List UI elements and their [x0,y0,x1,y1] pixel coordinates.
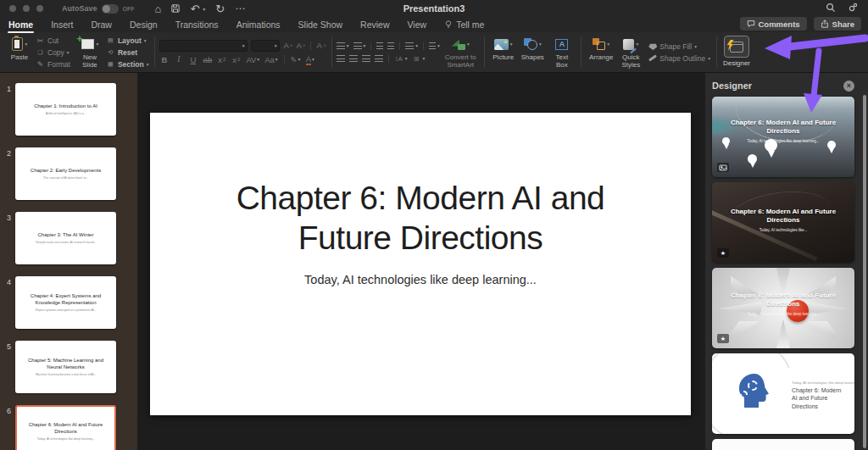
quick-styles-button[interactable]: ▾ Quick Styles [616,34,645,70]
font-color-button[interactable]: A▾ [305,54,314,65]
grow-font-button[interactable]: A˄ [283,41,292,50]
slide-thumbnail-5[interactable]: 5 Chapter 5: Machine Learning and Neural… [0,341,137,393]
tab-draw[interactable]: Draw [90,18,113,32]
justify-button[interactable] [375,53,383,64]
tab-review[interactable]: Review [359,18,390,32]
slide-thumbnail-4[interactable]: 4 Chapter 4: Expert Systems and Knowledg… [0,276,137,329]
increase-indent-button[interactable] [387,41,394,51]
tab-animations[interactable]: Animations [236,18,281,32]
home-icon[interactable]: ⌂ [155,3,162,14]
slide-subtitle[interactable]: Today, AI technologies like deep learnin… [150,273,691,286]
shapes-button[interactable]: ▾ Shapes [518,34,548,70]
reset-button[interactable]: ⟲Reset [106,47,148,58]
comments-button[interactable]: Comments [740,17,807,31]
slide-thumbnail-2[interactable]: 2 Chapter 2: Early DevelopmentsThe conce… [0,147,137,200]
tab-tell-me[interactable]: Tell me [443,18,485,32]
ribbon-tabs: Home Insert Draw Design Transitions Anim… [0,17,868,32]
underline-button[interactable]: U [188,55,198,64]
decrease-indent-button[interactable] [376,41,383,51]
zoom-window-icon[interactable] [36,5,43,12]
design-suggestion-3[interactable]: Chapter 6: Modern AI and Future Directio… [712,268,854,348]
text-box-button[interactable]: A Text Box [548,34,576,70]
design-suggestion-4[interactable]: Today, AI technologies like deep learnin… [712,353,854,434]
character-spacing-button[interactable]: AV▾ [246,55,259,64]
copy-button[interactable]: ❏Copy▾ [36,47,70,58]
slide-thumbnail-1[interactable]: 1 Chapter 1: Introduction to AIArtificia… [0,83,137,136]
tab-slide-show[interactable]: Slide Show [298,18,344,32]
shape-outline-button[interactable]: Shape Outline▾ [648,53,710,64]
cut-button[interactable]: ✂Cut [36,35,70,46]
picture-button[interactable]: ▾ Picture [489,34,518,70]
text-direction-button[interactable]: ↕A▾ [394,53,408,64]
font-name-select[interactable]: ▾ [159,40,248,52]
autosave-label: AutoSave [62,4,97,13]
columns-button[interactable]: ▾ [429,41,440,51]
reset-icon: ⟲ [106,49,115,56]
align-center-button[interactable] [349,53,358,64]
superscript-button[interactable]: x2 [217,55,226,64]
current-slide[interactable]: Chapter 6: Modern AI and Future Directio… [150,113,691,415]
shape-fill-button[interactable]: Shape Fill▾ [648,41,710,52]
shrink-font-button[interactable]: A˅ [296,41,305,50]
share-button[interactable]: Share [814,17,861,31]
autosave-control[interactable]: AutoSave OFF [62,4,135,14]
italic-button[interactable]: I [174,55,183,64]
slide-thumbnail-panel: 1 Chapter 1: Introduction to AIArtificia… [0,73,137,450]
tab-home[interactable]: Home [8,18,34,32]
minimize-window-icon[interactable] [23,5,30,12]
numbering-button[interactable]: ▾ [353,41,366,51]
redo-icon[interactable]: ↻ [215,3,225,14]
slide-number: 1 [0,83,11,136]
slide-title[interactable]: Chapter 6: Modern AI and Future Directio… [150,179,691,258]
slide-thumbnail-3[interactable]: 3 Chapter 3: The AI WinterDespite early … [0,212,137,264]
save-icon[interactable] [171,4,180,13]
arrange-button[interactable]: ▾ Arrange [586,34,616,70]
format-painter-icon: ✎ [36,60,45,69]
design-subtitle: Today, AI technologies like deep learnin… [717,139,849,143]
lightbulb-icon [444,20,453,29]
align-left-button[interactable] [337,53,345,64]
tab-view[interactable]: View [407,18,428,32]
layout-button[interactable]: ▤Layout▾ [106,35,148,46]
more-commands-icon[interactable]: ⋯ [235,3,245,14]
close-window-icon[interactable] [9,5,16,12]
comment-icon [747,19,755,28]
slide-number: 2 [0,147,11,200]
tab-insert[interactable]: Insert [50,18,74,32]
designer-window-icon [730,42,743,53]
font-size-select[interactable]: ▾ [251,40,280,52]
bullets-button[interactable]: ▾ [337,41,349,51]
new-slide-button[interactable]: ▾ New Slide [75,34,104,70]
undo-icon[interactable]: ↶ [190,3,199,14]
subscript-button[interactable]: x2 [231,55,241,64]
title-bar: AutoSave OFF ⌂ ↶ ▾ ↻ ⋯ Presentation3 [0,0,868,17]
tab-transitions[interactable]: Transitions [175,18,220,32]
section-button[interactable]: ▦Section▾ [106,58,148,69]
search-icon[interactable] [826,1,836,16]
format-painter-button[interactable]: ✎Format [36,58,70,69]
design-suggestion-5-partial[interactable] [712,439,854,450]
slide-thumbnail-6-selected[interactable]: 6 Chapter 6: Modern AI and Future Direct… [0,405,137,450]
clear-formatting-button[interactable]: A✧ [316,41,326,50]
change-case-button[interactable]: Aa▾ [264,55,277,64]
convert-to-smartart-button[interactable]: ▾ Convert to SmartArt [442,34,480,70]
strikethrough-button[interactable]: ab [203,55,212,64]
undo-dropdown-icon[interactable]: ▾ [203,6,205,12]
design-suggestion-2[interactable]: Chapter 6: Modern AI and Future Directio… [712,182,854,263]
bold-button[interactable]: B [159,55,169,64]
slide-canvas: Chapter 6: Modern AI and Future Directio… [137,73,705,450]
design-suggestion-1[interactable]: Chapter 6: Modern AI and Future Directio… [712,97,854,177]
line-spacing-button[interactable]: ▾ [405,41,418,51]
tab-design[interactable]: Design [129,18,159,32]
designer-scrollbar[interactable] [863,95,866,448]
account-icon[interactable] [848,1,858,16]
close-designer-icon[interactable]: × [843,81,854,92]
highlight-color-button[interactable]: ✎▾ [291,55,301,64]
designer-button[interactable]: Designer [723,34,750,70]
autosave-toggle[interactable] [102,4,119,14]
paste-clipboard-icon [12,37,23,51]
paste-button[interactable]: ▾ Paste [5,34,34,70]
share-icon [821,19,829,28]
align-text-button[interactable]: ⊞▾ [412,53,426,64]
align-right-button[interactable] [362,53,370,64]
